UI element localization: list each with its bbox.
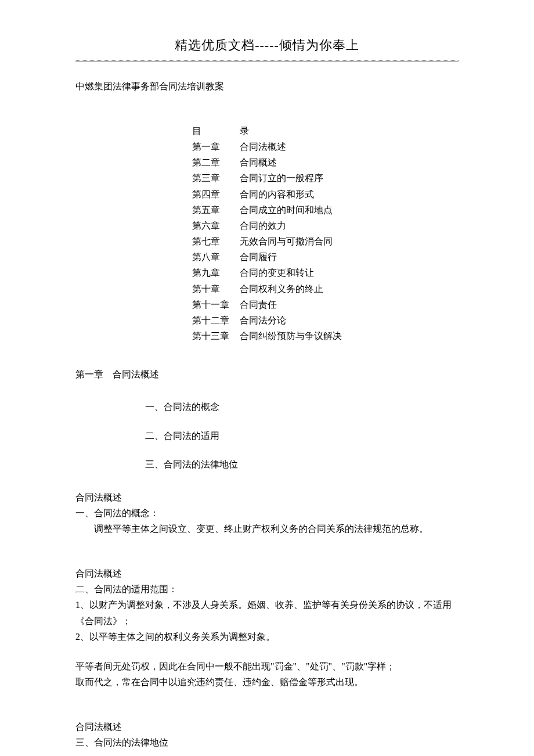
toc-title: 合同订立的一般程序 xyxy=(240,170,323,186)
block-subheading: 三、合同法的法律地位 xyxy=(75,735,459,750)
block-heading: 合同法概述 xyxy=(75,719,459,735)
toc-header-right: 录 xyxy=(240,123,249,139)
chapter-1-heading: 第一章 合同法概述 xyxy=(75,367,459,382)
toc-row: 第六章合同的效力 xyxy=(192,218,342,233)
toc-chapter: 第七章 xyxy=(192,233,240,249)
block-subheading: 二、合同法的适用范围： xyxy=(75,581,459,597)
toc-title: 合同履行 xyxy=(240,249,277,265)
toc-row: 第十一章合同责任 xyxy=(192,297,342,312)
toc-title: 无效合同与可撤消合同 xyxy=(240,233,333,249)
toc-title: 合同法概述 xyxy=(240,139,286,154)
toc-title: 合同概述 xyxy=(240,154,277,170)
toc-chapter: 第十三章 xyxy=(192,328,240,344)
toc-row: 第十章合同权利义务的终止 xyxy=(192,281,342,297)
toc-row: 第八章合同履行 xyxy=(192,249,342,265)
body-block-2: 合同法概述 二、合同法的适用范围： 1、以财产为调整对象，不涉及人身关系。婚姻、… xyxy=(75,566,459,645)
toc-row: 第五章合同成立的时间和地点 xyxy=(192,202,342,218)
toc-row: 第九章合同的变更和转让 xyxy=(192,265,342,280)
toc-title: 合同的内容和形式 xyxy=(240,186,314,202)
toc-title: 合同纠纷预防与争议解决 xyxy=(240,328,342,344)
toc-title: 合同的效力 xyxy=(240,218,286,233)
body-block-1: 合同法概述 一、合同法的概念： 调整平等主体之间设立、变更、终止财产权利义务的合… xyxy=(75,489,459,537)
point-item: 一、合同法的概念 xyxy=(145,399,459,415)
page-header: 精选优质文档-----倾情为你奉上 xyxy=(75,35,459,55)
toc-row: 第四章合同的内容和形式 xyxy=(192,186,342,202)
block-heading: 合同法概述 xyxy=(75,566,459,581)
block-subheading: 一、合同法的概念： xyxy=(75,505,459,521)
toc-title: 合同权利义务的终止 xyxy=(240,281,323,297)
block-line: 取而代之，常在合同中以追究违约责任、违约金、赔偿金等形式出现。 xyxy=(75,674,459,690)
document-title: 中燃集团法律事务部合同法培训教案 xyxy=(75,79,459,94)
toc-chapter: 第四章 xyxy=(192,186,240,202)
toc-chapter: 第八章 xyxy=(192,249,240,265)
toc-row: 第十三章合同纠纷预防与争议解决 xyxy=(192,328,342,344)
toc-title: 合同的变更和转让 xyxy=(240,265,314,280)
toc-chapter: 第五章 xyxy=(192,202,240,218)
toc-row: 第七章无效合同与可撤消合同 xyxy=(192,233,342,249)
toc-chapter: 第十二章 xyxy=(192,312,240,328)
toc-chapter: 第十一章 xyxy=(192,297,240,312)
toc-row: 第三章合同订立的一般程序 xyxy=(192,170,342,186)
toc-chapter: 第十章 xyxy=(192,281,240,297)
toc-header-left: 目 xyxy=(192,123,240,139)
toc-title: 合同法分论 xyxy=(240,312,286,328)
toc-row: 第一章合同法概述 xyxy=(192,139,342,154)
block-line: 2、以平等主体之间的权利义务关系为调整对象。 xyxy=(75,629,459,645)
header-divider xyxy=(75,60,459,62)
toc-row: 第二章合同概述 xyxy=(192,154,342,170)
block-heading: 合同法概述 xyxy=(75,489,459,505)
block-line: 1、以财产为调整对象，不涉及人身关系。婚姻、收养、监护等有关身份关系的协议，不适… xyxy=(75,597,459,628)
toc-chapter: 第六章 xyxy=(192,218,240,233)
toc-chapter: 第九章 xyxy=(192,265,240,280)
toc-title: 合同责任 xyxy=(240,297,277,312)
table-of-contents: 目 录 第一章合同法概述 第二章合同概述 第三章合同订立的一般程序 第四章合同的… xyxy=(192,123,342,344)
toc-row: 第十二章合同法分论 xyxy=(192,312,342,328)
point-item: 二、合同法的适用 xyxy=(145,429,459,444)
chapter-1-points: 一、合同法的概念 二、合同法的适用 三、合同法的法律地位 xyxy=(145,399,459,472)
block-line: 平等者间无处罚权，因此在合同中一般不能出现"罚金"、"处罚"、"罚款"字样； xyxy=(75,658,459,674)
toc-chapter: 第二章 xyxy=(192,154,240,170)
toc-title: 合同成立的时间和地点 xyxy=(240,202,333,218)
body-block-3: 平等者间无处罚权，因此在合同中一般不能出现"罚金"、"处罚"、"罚款"字样； 取… xyxy=(75,658,459,690)
block-body: 调整平等主体之间设立、变更、终止财产权利义务的合同关系的法律规范的总称。 xyxy=(75,521,459,537)
body-block-4: 合同法概述 三、合同法的法律地位 xyxy=(75,719,459,750)
toc-chapter: 第一章 xyxy=(192,139,240,154)
toc-chapter: 第三章 xyxy=(192,170,240,186)
toc-header-row: 目 录 xyxy=(192,123,342,139)
point-item: 三、合同法的法律地位 xyxy=(145,457,459,472)
